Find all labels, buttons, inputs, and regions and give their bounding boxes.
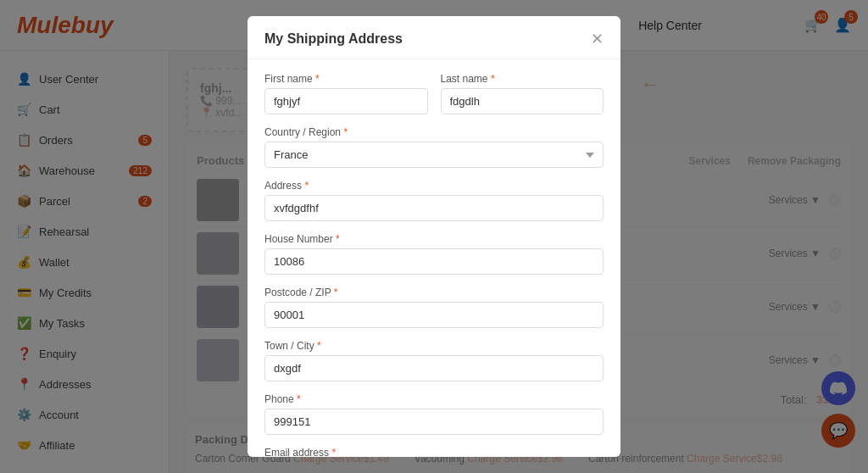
last-name-input[interactable]	[441, 88, 604, 114]
modal-title: My Shipping Address	[264, 31, 403, 47]
modal-body: First name * Last name * Country / Regio…	[248, 59, 620, 457]
house-number-row: House Number *	[264, 233, 604, 275]
close-icon[interactable]: ✕	[591, 30, 604, 48]
address-group: Address *	[264, 180, 604, 221]
country-select[interactable]: France	[264, 142, 604, 168]
last-name-group: Last name *	[441, 73, 604, 114]
postcode-input[interactable]	[264, 302, 604, 328]
name-row: First name * Last name *	[264, 73, 604, 114]
house-number-group: House Number *	[264, 233, 604, 275]
phone-row: Phone *	[264, 393, 604, 435]
address-input[interactable]	[264, 195, 604, 221]
house-number-label: House Number *	[264, 233, 604, 245]
required-star: *	[315, 73, 320, 85]
email-row: Email address *	[264, 447, 604, 457]
country-group: Country / Region * France	[264, 126, 604, 168]
country-row: Country / Region * France	[264, 126, 604, 168]
postcode-row: Postcode / ZIP *	[264, 287, 604, 328]
phone-group: Phone *	[264, 393, 604, 435]
town-row: Town / City *	[264, 340, 604, 381]
house-number-input[interactable]	[264, 248, 604, 275]
town-input[interactable]	[264, 355, 604, 381]
modal-header: My Shipping Address ✕	[248, 16, 620, 59]
first-name-input[interactable]	[264, 88, 428, 114]
phone-label: Phone *	[264, 393, 604, 405]
modal-overlay: My Shipping Address ✕ First name * Last …	[0, 0, 868, 473]
town-group: Town / City *	[264, 340, 604, 381]
first-name-label: First name *	[264, 73, 428, 85]
address-label: Address *	[264, 180, 604, 192]
shipping-address-modal: My Shipping Address ✕ First name * Last …	[248, 16, 620, 457]
phone-input[interactable]	[264, 409, 604, 435]
country-label: Country / Region *	[264, 126, 604, 138]
postcode-group: Postcode / ZIP *	[264, 287, 604, 328]
postcode-label: Postcode / ZIP *	[264, 287, 604, 298]
email-group: Email address *	[264, 447, 604, 457]
town-label: Town / City *	[264, 340, 604, 352]
first-name-group: First name *	[264, 73, 428, 114]
address-row: Address *	[264, 180, 604, 221]
last-name-label: Last name *	[441, 73, 604, 85]
email-label: Email address *	[264, 447, 604, 457]
